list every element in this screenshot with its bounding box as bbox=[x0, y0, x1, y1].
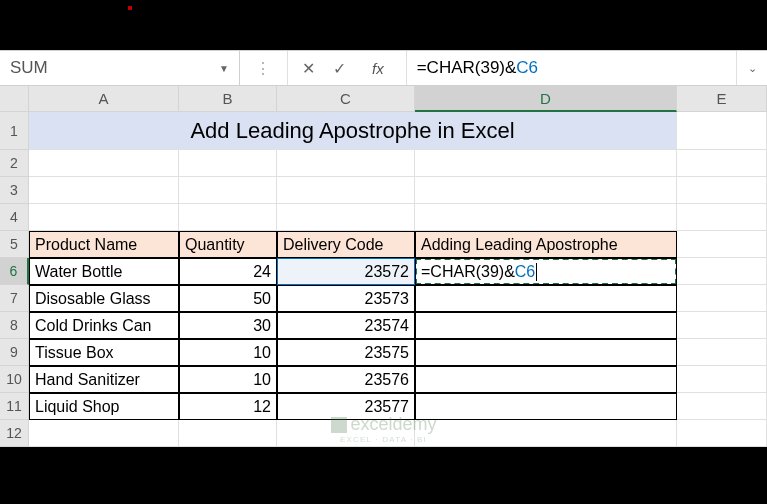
title-cell[interactable]: Add Leading Apostrophe in Excel bbox=[29, 112, 677, 150]
cell-E12[interactable] bbox=[677, 420, 767, 447]
formula-bar-input[interactable]: =CHAR(39)&C6 bbox=[407, 51, 737, 85]
cell-A12[interactable] bbox=[29, 420, 179, 447]
cell-B2[interactable] bbox=[179, 150, 277, 177]
formula-bar-row: SUM ▼ ⋮ ✕ ✓ fx =CHAR(39)&C6 ⌄ bbox=[0, 50, 767, 86]
cell-D7[interactable] bbox=[415, 285, 677, 312]
cell-A7[interactable]: Disosable Glass bbox=[29, 285, 179, 312]
col-header-D[interactable]: D bbox=[415, 86, 677, 112]
cell-E5[interactable] bbox=[677, 231, 767, 258]
row-header-12[interactable]: 12 bbox=[0, 420, 29, 447]
row-6: Water Bottle 24 23572 =CHAR(39)&C6 bbox=[29, 258, 767, 285]
cell-B8[interactable]: 30 bbox=[179, 312, 277, 339]
cell-C11[interactable]: 23577 bbox=[277, 393, 415, 420]
cell-C7[interactable]: 23573 bbox=[277, 285, 415, 312]
enter-formula-button[interactable]: ✓ bbox=[333, 59, 346, 78]
cell-E10[interactable] bbox=[677, 366, 767, 393]
cell-C9[interactable]: 23575 bbox=[277, 339, 415, 366]
header-delivery-code[interactable]: Delivery Code bbox=[277, 231, 415, 258]
row-11: Liquid Shop 12 23577 bbox=[29, 393, 767, 420]
row-header-3[interactable]: 3 bbox=[0, 177, 29, 204]
column-headers: A B C D E bbox=[29, 86, 767, 112]
cell-D9[interactable] bbox=[415, 339, 677, 366]
select-all-corner[interactable] bbox=[0, 86, 29, 112]
cell-D3[interactable] bbox=[415, 177, 677, 204]
cell-E4[interactable] bbox=[677, 204, 767, 231]
row-5: Product Name Quantity Delivery Code Addi… bbox=[29, 231, 767, 258]
cell-B11[interactable]: 12 bbox=[179, 393, 277, 420]
worksheet: 1 2 3 4 5 6 7 8 9 10 11 12 A B C D E Add… bbox=[0, 86, 767, 447]
cell-B9[interactable]: 10 bbox=[179, 339, 277, 366]
cell-A2[interactable] bbox=[29, 150, 179, 177]
cell-B4[interactable] bbox=[179, 204, 277, 231]
row-header-7[interactable]: 7 bbox=[0, 285, 29, 312]
name-box[interactable]: SUM ▼ bbox=[0, 51, 240, 85]
cell-E3[interactable] bbox=[677, 177, 767, 204]
cell-D6-editing[interactable]: =CHAR(39)&C6 bbox=[415, 258, 677, 285]
cell-B7[interactable]: 50 bbox=[179, 285, 277, 312]
cell-A4[interactable] bbox=[29, 204, 179, 231]
cell-C3[interactable] bbox=[277, 177, 415, 204]
cell-A10[interactable]: Hand Sanitizer bbox=[29, 366, 179, 393]
cell-E9[interactable] bbox=[677, 339, 767, 366]
row-header-10[interactable]: 10 bbox=[0, 366, 29, 393]
cell-E8[interactable] bbox=[677, 312, 767, 339]
expand-formula-bar-button[interactable]: ⌄ bbox=[737, 51, 767, 85]
col-header-E[interactable]: E bbox=[677, 86, 767, 112]
cell-A8[interactable]: Cold Drinks Can bbox=[29, 312, 179, 339]
row-header-9[interactable]: 9 bbox=[0, 339, 29, 366]
cell-B12[interactable] bbox=[179, 420, 277, 447]
row-header-4[interactable]: 4 bbox=[0, 204, 29, 231]
cell-E2[interactable] bbox=[677, 150, 767, 177]
header-quantity[interactable]: Quantity bbox=[179, 231, 277, 258]
row-8: Cold Drinks Can 30 23574 bbox=[29, 312, 767, 339]
cell-A11[interactable]: Liquid Shop bbox=[29, 393, 179, 420]
cell-C12[interactable] bbox=[277, 420, 415, 447]
grid-area: A B C D E Add Leading Apostrophe in Exce… bbox=[29, 86, 767, 447]
cell-A3[interactable] bbox=[29, 177, 179, 204]
cell-B10[interactable]: 10 bbox=[179, 366, 277, 393]
cell-D2[interactable] bbox=[415, 150, 677, 177]
cell-E1[interactable] bbox=[677, 112, 767, 150]
col-header-C[interactable]: C bbox=[277, 86, 415, 112]
row-2 bbox=[29, 150, 767, 177]
header-product[interactable]: Product Name bbox=[29, 231, 179, 258]
cell-A6[interactable]: Water Bottle bbox=[29, 258, 179, 285]
cell-E7[interactable] bbox=[677, 285, 767, 312]
cell-C10[interactable]: 23576 bbox=[277, 366, 415, 393]
cell-B6[interactable]: 24 bbox=[179, 258, 277, 285]
header-apostrophe[interactable]: Adding Leading Apostrophe bbox=[415, 231, 677, 258]
row-headers: 1 2 3 4 5 6 7 8 9 10 11 12 bbox=[0, 86, 29, 447]
formula-bar-text-prefix: =CHAR(39)& bbox=[417, 58, 517, 78]
col-header-A[interactable]: A bbox=[29, 86, 179, 112]
cell-E11[interactable] bbox=[677, 393, 767, 420]
red-marker bbox=[128, 6, 132, 10]
row-header-11[interactable]: 11 bbox=[0, 393, 29, 420]
cell-C4[interactable] bbox=[277, 204, 415, 231]
row-12 bbox=[29, 420, 767, 447]
row-header-5[interactable]: 5 bbox=[0, 231, 29, 258]
cell-D10[interactable] bbox=[415, 366, 677, 393]
top-black-bar bbox=[0, 0, 767, 50]
row-header-2[interactable]: 2 bbox=[0, 150, 29, 177]
cell-D12[interactable] bbox=[415, 420, 677, 447]
cell-C2[interactable] bbox=[277, 150, 415, 177]
cell-D4[interactable] bbox=[415, 204, 677, 231]
col-header-B[interactable]: B bbox=[179, 86, 277, 112]
cancel-formula-button[interactable]: ✕ bbox=[302, 59, 315, 78]
fx-icon[interactable]: fx bbox=[364, 60, 392, 77]
row-header-1[interactable]: 1 bbox=[0, 112, 29, 150]
cell-C8[interactable]: 23574 bbox=[277, 312, 415, 339]
row-4 bbox=[29, 204, 767, 231]
name-box-dropdown-icon[interactable]: ▼ bbox=[219, 63, 229, 74]
cell-E6[interactable] bbox=[677, 258, 767, 285]
row-9: Tissue Box 10 23575 bbox=[29, 339, 767, 366]
row-header-8[interactable]: 8 bbox=[0, 312, 29, 339]
row-header-6[interactable]: 6 bbox=[0, 258, 29, 285]
separator-dots: ⋮ bbox=[240, 51, 288, 85]
cell-A9[interactable]: Tissue Box bbox=[29, 339, 179, 366]
cell-D8[interactable] bbox=[415, 312, 677, 339]
cell-B3[interactable] bbox=[179, 177, 277, 204]
cell-C6-value: 23572 bbox=[365, 263, 410, 281]
cell-D11[interactable] bbox=[415, 393, 677, 420]
cell-C6[interactable]: 23572 bbox=[277, 258, 415, 285]
